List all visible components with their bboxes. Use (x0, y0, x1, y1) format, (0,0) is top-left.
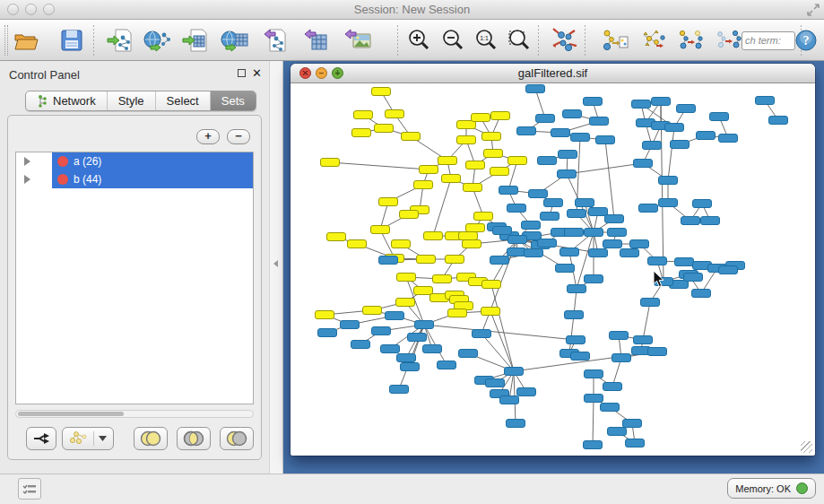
set-list-item[interactable]: b (44) (16, 170, 253, 188)
graph-node-blue[interactable] (544, 199, 563, 207)
graph-node-blue[interactable] (390, 386, 409, 394)
graph-node-blue[interactable] (490, 256, 509, 265)
graph-node-blue[interactable] (643, 142, 662, 150)
graph-node-blue[interactable] (589, 249, 608, 257)
graph-node-blue[interactable] (584, 98, 603, 106)
graph-node-yellow[interactable] (482, 281, 501, 289)
graph-node-yellow[interactable] (354, 111, 373, 119)
graph-node-blue[interactable] (610, 332, 629, 340)
graph-node-blue[interactable] (438, 361, 456, 369)
graph-node-blue[interactable] (538, 239, 557, 248)
graph-node-yellow[interactable] (372, 88, 391, 96)
graph-node-blue[interactable] (648, 348, 667, 356)
graph-node-blue[interactable] (710, 113, 729, 121)
graph-node-yellow[interactable] (463, 240, 481, 248)
graph-node-blue[interactable] (401, 363, 420, 371)
graph-node-blue[interactable] (372, 327, 391, 335)
graph-node-yellow[interactable] (442, 175, 461, 183)
graph-node-yellow[interactable] (397, 274, 416, 282)
graph-node-blue[interactable] (568, 285, 586, 293)
graph-node-blue[interactable] (671, 141, 690, 149)
graph-node-blue[interactable] (589, 208, 608, 216)
graph-node-yellow[interactable] (371, 226, 390, 234)
graph-node-yellow[interactable] (474, 213, 493, 221)
graph-node-blue[interactable] (507, 248, 526, 256)
graph-node-blue[interactable] (675, 258, 694, 266)
graph-node-blue[interactable] (648, 257, 667, 265)
graph-node-yellow[interactable] (448, 309, 467, 317)
graph-node-blue[interactable] (659, 177, 678, 185)
graph-node-blue[interactable] (408, 334, 427, 342)
graph-node-blue[interactable] (558, 170, 577, 178)
float-panel-icon[interactable] (238, 69, 246, 77)
graph-node-blue[interactable] (756, 97, 775, 105)
graph-node-blue[interactable] (719, 266, 738, 274)
graph-node-yellow[interactable] (446, 256, 464, 264)
fullscreen-icon[interactable] (806, 3, 820, 17)
save-session-button[interactable] (55, 23, 89, 57)
graph-node-blue[interactable] (563, 110, 582, 118)
graph-node-blue[interactable] (701, 217, 720, 225)
graph-node-yellow[interactable] (420, 166, 438, 174)
graph-node-yellow[interactable] (484, 150, 503, 158)
graph-node-blue[interactable] (626, 439, 645, 448)
graph-node-blue[interactable] (526, 85, 545, 93)
graph-node-blue[interactable] (507, 420, 525, 428)
set-union-button[interactable] (134, 427, 168, 450)
graph-node-blue[interactable] (585, 370, 603, 378)
expander-triangle-icon[interactable] (24, 175, 30, 184)
graph-node-yellow[interactable] (472, 114, 490, 122)
graph-node-blue[interactable] (585, 395, 603, 403)
memory-status-button[interactable]: Memory: OK (727, 478, 816, 499)
network-canvas[interactable] (291, 83, 814, 455)
graph-node-blue[interactable] (585, 229, 603, 237)
graph-node-blue[interactable] (381, 345, 400, 353)
graph-node-blue[interactable] (499, 187, 518, 195)
graph-node-blue[interactable] (318, 329, 337, 337)
graph-node-blue[interactable] (507, 204, 526, 213)
graph-node-blue[interactable] (692, 290, 711, 298)
graph-node-blue[interactable] (608, 428, 627, 436)
graph-node-blue[interactable] (612, 354, 631, 362)
graph-node-blue[interactable] (508, 236, 527, 244)
graph-node-yellow[interactable] (400, 211, 419, 219)
network-from-selection-button[interactable] (598, 23, 632, 57)
graph-node-blue[interactable] (769, 117, 788, 125)
graph-node-blue[interactable] (473, 330, 491, 338)
set-intersection-button[interactable] (177, 427, 211, 450)
graph-node-blue[interactable] (681, 217, 700, 225)
graph-node-yellow[interactable] (379, 198, 398, 206)
graph-node-blue[interactable] (517, 127, 536, 135)
graph-node-yellow[interactable] (457, 136, 476, 144)
graph-node-yellow[interactable] (414, 287, 433, 295)
graph-node-yellow[interactable] (386, 110, 404, 118)
tab-select[interactable]: Select (156, 91, 211, 110)
graph-node-blue[interactable] (684, 274, 703, 282)
expander-triangle-icon[interactable] (24, 157, 30, 166)
graph-node-yellow[interactable] (392, 240, 411, 248)
graph-node-blue[interactable] (659, 199, 678, 207)
graph-node-blue[interactable] (397, 354, 416, 362)
select-first-neighbors-button[interactable] (636, 23, 670, 57)
graph-node-yellow[interactable] (352, 129, 371, 137)
graph-node-blue[interactable] (423, 345, 442, 353)
graph-node-blue[interactable] (677, 105, 696, 113)
graph-node-blue[interactable] (571, 134, 590, 142)
graph-node-blue[interactable] (351, 341, 370, 349)
graph-node-blue[interactable] (529, 190, 548, 198)
graph-node-blue[interactable] (459, 350, 478, 358)
graph-node-blue[interactable] (652, 98, 671, 106)
network-window-titlebar[interactable]: ✕ − + galFiltered.sif (291, 64, 815, 83)
graph-node-blue[interactable] (386, 312, 404, 320)
scrollbar-thumb[interactable] (18, 412, 124, 416)
graph-node-yellow[interactable] (375, 125, 394, 133)
show-selected-button[interactable] (673, 23, 707, 57)
graph-node-yellow[interactable] (459, 232, 478, 240)
import-table-url-button[interactable] (218, 23, 252, 57)
graph-node-yellow[interactable] (466, 161, 485, 169)
graph-node-blue[interactable] (517, 388, 536, 396)
graph-node-yellow[interactable] (396, 299, 415, 307)
export-network-button[interactable] (259, 23, 293, 57)
zoom-actual-size-button[interactable]: 1:1 (469, 23, 503, 57)
graph-node-blue[interactable] (603, 240, 622, 248)
